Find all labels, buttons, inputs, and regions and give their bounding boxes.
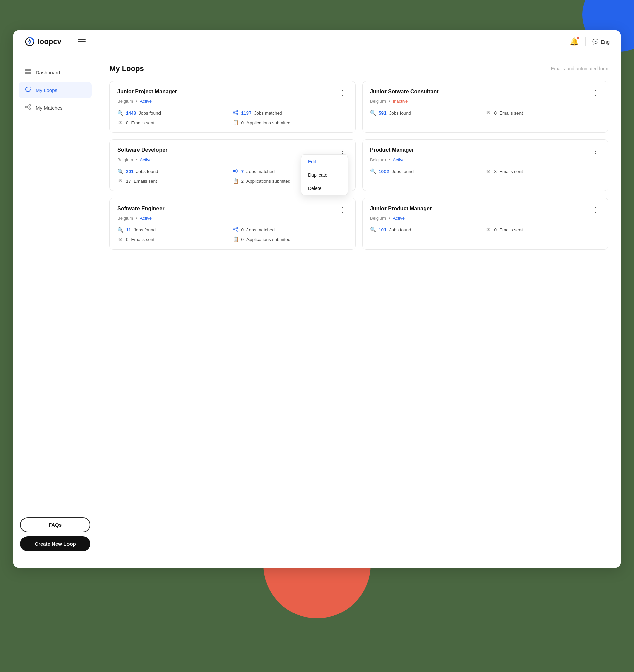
loop-stats-2: 🔍 591 Jobs found ✉ 0 Emails sent bbox=[370, 110, 601, 116]
loop-title-2: Junior Sotware Consultant bbox=[370, 89, 439, 95]
search-icon-4: 🔍 bbox=[370, 168, 376, 174]
meta-separator-1: • bbox=[136, 99, 137, 104]
app-icon-1: 📋 bbox=[233, 120, 239, 126]
loop-location-4: Belgium bbox=[370, 157, 386, 162]
loop-menu-button-3[interactable]: ⋮ bbox=[337, 147, 348, 155]
stat-emails-value-6: 0 bbox=[494, 227, 497, 233]
bell-icon[interactable]: 🔔 bbox=[569, 37, 579, 46]
stat-jobs-matched-value-3: 7 bbox=[241, 169, 244, 174]
email-icon-4: ✉ bbox=[486, 168, 492, 174]
stat-emails-3: ✉ 17 Emails sent bbox=[117, 178, 233, 184]
section-title: My Loops bbox=[109, 64, 144, 73]
sidebar-item-dashboard[interactable]: Dashboard bbox=[19, 64, 92, 80]
svg-point-10 bbox=[237, 111, 238, 112]
create-new-loop-button[interactable]: Create New Loop bbox=[20, 536, 90, 551]
meta-separator-2: • bbox=[389, 99, 390, 104]
hamburger-menu[interactable] bbox=[78, 39, 86, 44]
svg-line-18 bbox=[235, 171, 237, 172]
chat-icon: 💬 bbox=[592, 39, 599, 45]
stat-emails-6: ✉ 0 Emails sent bbox=[486, 227, 601, 233]
loop-card-header-4: Product Manager ⋮ bbox=[370, 147, 601, 155]
loop-card-junior-project-manager: Junior Project Manager ⋮ Belgium • Activ… bbox=[109, 81, 356, 133]
match-icon-5 bbox=[233, 227, 239, 233]
meta-separator-3: • bbox=[136, 157, 137, 162]
stat-jobs-matched-label-5: Jobs matched bbox=[246, 227, 275, 233]
stat-apps-label-1: Applications submited bbox=[246, 120, 291, 125]
meta-separator-5: • bbox=[136, 216, 137, 221]
loop-status-4: Active bbox=[393, 157, 405, 162]
stat-emails-label-5: Emails sent bbox=[131, 237, 155, 242]
stat-emails-value-3: 17 bbox=[126, 179, 131, 184]
hamburger-line-3 bbox=[78, 44, 86, 44]
stat-jobs-found-5: 🔍 11 Jobs found bbox=[117, 227, 233, 233]
section-header: My Loops Emails and automated form bbox=[109, 64, 608, 73]
stat-jobs-matched-label-1: Jobs matched bbox=[254, 111, 283, 116]
loop-menu-button-1[interactable]: ⋮ bbox=[337, 89, 348, 97]
logo-icon bbox=[24, 36, 35, 47]
logo-text: loopcv bbox=[38, 37, 62, 46]
loop-meta-4: Belgium • Active bbox=[370, 157, 601, 162]
svg-point-11 bbox=[237, 113, 238, 115]
app-icon-3: 📋 bbox=[233, 178, 239, 184]
sidebar-item-my-matches[interactable]: My Matches bbox=[19, 100, 92, 116]
svg-point-5 bbox=[29, 105, 30, 106]
my-matches-icon bbox=[24, 104, 31, 112]
context-menu-delete[interactable]: Delete bbox=[301, 182, 347, 195]
hamburger-line-2 bbox=[78, 41, 86, 42]
loop-location-6: Belgium bbox=[370, 216, 386, 221]
loop-location-5: Belgium bbox=[117, 216, 133, 221]
svg-point-21 bbox=[237, 230, 238, 232]
my-loops-icon bbox=[24, 86, 31, 94]
stat-jobs-found-label-5: Jobs found bbox=[133, 227, 156, 233]
chat-button[interactable]: 💬 Eng bbox=[592, 39, 610, 45]
svg-line-13 bbox=[235, 113, 237, 114]
loop-card-software-engineer: Software Engineer ⋮ Belgium • Active 🔍 1… bbox=[109, 198, 356, 249]
loop-title-4: Product Manager bbox=[370, 147, 414, 153]
loop-menu-button-2[interactable]: ⋮ bbox=[590, 89, 601, 97]
loop-menu-button-4[interactable]: ⋮ bbox=[590, 147, 601, 155]
stat-jobs-found-label-4: Jobs found bbox=[392, 169, 414, 174]
svg-point-20 bbox=[237, 227, 238, 229]
loop-location-2: Belgium bbox=[370, 99, 386, 104]
stat-apps-value-3: 2 bbox=[241, 179, 244, 184]
loop-menu-button-5[interactable]: ⋮ bbox=[337, 206, 348, 214]
sidebar-label-my-matches: My Matches bbox=[35, 105, 63, 111]
loop-menu-button-6[interactable]: ⋮ bbox=[590, 206, 601, 214]
search-icon-3: 🔍 bbox=[117, 169, 123, 175]
section-subtitle: Emails and automated form bbox=[551, 66, 608, 71]
email-icon-6: ✉ bbox=[486, 227, 492, 233]
stat-emails-1: ✉ 0 Emails sent bbox=[117, 120, 233, 126]
meta-separator-4: • bbox=[389, 157, 390, 162]
context-menu-edit[interactable]: Edit bbox=[301, 155, 347, 168]
loop-card-product-manager: Product Manager ⋮ Belgium • Active 🔍 100… bbox=[362, 139, 608, 191]
stat-apps-value-1: 0 bbox=[241, 120, 244, 125]
stat-jobs-matched-5: 0 Jobs matched bbox=[233, 227, 348, 233]
stat-apps-value-5: 0 bbox=[241, 237, 244, 242]
stat-emails-label-6: Emails sent bbox=[499, 227, 523, 233]
sidebar-item-my-loops[interactable]: My Loops bbox=[19, 82, 92, 98]
header: loopcv 🔔 💬 Eng bbox=[14, 30, 620, 53]
svg-line-12 bbox=[235, 112, 237, 112]
chat-label: Eng bbox=[601, 39, 610, 45]
stat-emails-label-2: Emails sent bbox=[499, 111, 523, 116]
loop-status-3: Active bbox=[140, 157, 152, 162]
svg-line-7 bbox=[27, 106, 29, 107]
stat-emails-value-2: 0 bbox=[494, 111, 497, 116]
loop-card-header-6: Junior Product Manager ⋮ bbox=[370, 206, 601, 214]
faqs-button[interactable]: FAQs bbox=[20, 517, 90, 532]
stat-apps-label-5: Applications submited bbox=[246, 237, 291, 242]
svg-point-14 bbox=[234, 170, 235, 172]
context-menu-duplicate[interactable]: Duplicate bbox=[301, 168, 347, 182]
main-content: My Loops Emails and automated form Junio… bbox=[97, 53, 620, 568]
sidebar: Dashboard My Loops bbox=[14, 53, 97, 568]
loop-stats-1: 🔍 1443 Jobs found 1137 Jobs matched bbox=[117, 110, 348, 126]
loop-meta-6: Belgium • Active bbox=[370, 216, 601, 221]
loop-meta-5: Belgium • Active bbox=[117, 216, 348, 221]
search-icon-2: 🔍 bbox=[370, 110, 376, 116]
loop-meta-1: Belgium • Active bbox=[117, 99, 348, 104]
app-icon-5: 📋 bbox=[233, 236, 239, 242]
stat-apps-1: 📋 0 Applications submited bbox=[233, 120, 348, 126]
context-menu-software-developer: Edit Duplicate Delete bbox=[301, 154, 348, 195]
svg-line-22 bbox=[235, 229, 237, 229]
logo[interactable]: loopcv bbox=[24, 36, 62, 47]
